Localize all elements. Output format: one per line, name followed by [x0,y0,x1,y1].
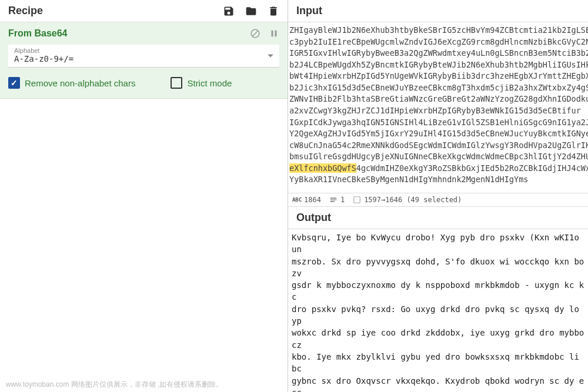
input-title: Input [288,0,588,22]
disable-icon[interactable] [250,28,260,39]
operation-from-base64: From Base64 Alphabet A-Za-z0-9+/= Remove… [0,22,288,99]
watermark-text: www.toymoban.com 网络图片仅供展示，非存储 ,如有侵权请系删除。 [6,380,223,390]
input-status-bar: ABC 1864 1 1597→1646 (49 selected) [288,193,588,207]
checkbox-checked-icon [8,77,20,89]
input-textarea[interactable]: ZHIgayBleWJ1b2N6eXhub3htbyBkeSBrIG5zcHBv… [288,22,588,193]
alphabet-value: A-Za-z0-9+/= [14,54,74,63]
trash-icon[interactable] [268,5,279,17]
operation-title: From Base64 [8,28,68,39]
recipe-title: Recipe [8,5,43,17]
alphabet-select[interactable]: Alphabet A-Za-z0-9+/= [8,45,279,68]
chevron-down-icon [268,55,273,58]
svg-rect-0 [354,197,360,203]
strict-mode-label: Strict mode [187,78,232,88]
checkbox-unchecked-icon [171,77,182,89]
alphabet-label: Alphabet [14,47,273,54]
remove-nonalpha-checkbox[interactable]: Remove non-alphabet chars [8,77,135,89]
input-line-count: 1 [340,196,345,204]
strict-mode-checkbox[interactable]: Strict mode [171,77,232,89]
remove-nonalpha-label: Remove non-alphabet chars [25,78,135,88]
output-textarea[interactable]: Kvbsqru, Iye bo KvWycu drobo! Xyg pyb dr… [288,229,588,392]
selection-icon [353,196,361,204]
pause-icon[interactable] [269,28,279,39]
abc-icon: ABC [293,196,301,204]
output-title: Output [288,207,588,229]
lines-icon [329,196,338,204]
save-icon[interactable] [223,5,235,17]
input-char-count: 1864 [304,196,321,204]
input-selection: 1597→1646 (49 selected) [364,196,462,204]
recipe-header: Recipe [0,0,288,22]
folder-icon[interactable] [245,5,257,17]
